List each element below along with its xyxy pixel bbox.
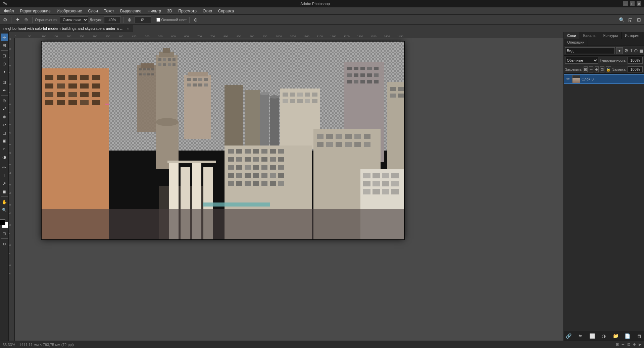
text-tool[interactable]: T [1,172,8,179]
layer-visibility-eye[interactable]: 👁 [565,76,571,82]
window-controls[interactable]: — □ ✕ [623,1,641,6]
crop-tool[interactable]: ⊡ [1,78,8,86]
angle-icon: ⊕ [126,16,133,23]
path-select-tool[interactable]: ↗ [1,180,8,187]
layer-item[interactable]: 👁 Слой 0 [564,74,644,84]
svg-rect-114 [261,157,267,162]
lock-position-btn[interactable]: ⊕ [595,66,599,72]
workspace-btn[interactable]: ◱ [627,16,634,23]
tool-options-btn[interactable]: ⚙ [1,16,9,23]
move-tool[interactable]: ✛ [1,34,8,41]
healing-tool[interactable]: ⊕ [1,97,8,104]
magic-wand-tool[interactable]: ✦ [1,68,8,75]
fill-input[interactable] [628,66,643,72]
status-bar-icon4[interactable]: ⊕ [633,342,636,347]
document-tab-close[interactable]: × [126,26,130,31]
blur-tool[interactable]: ○ [1,145,8,153]
layers-filter-icon[interactable]: ⚙ [624,48,629,53]
menu-file[interactable]: Файл [1,8,17,14]
layers-filter-icon3[interactable]: ⊙ [634,48,638,53]
zoom-tool[interactable]: 🔍 [1,206,8,214]
menu-select[interactable]: Выделение [117,8,144,14]
layer-group-btn[interactable]: 📁 [612,333,619,339]
menu-window[interactable]: Окно [200,8,215,14]
status-bar-icon2[interactable]: ↩ [622,342,625,347]
svg-rect-76 [204,83,208,86]
lock-image-btn[interactable]: ✏ [589,66,593,72]
layers-search-input[interactable] [565,47,615,54]
svg-rect-7 [139,73,142,75]
brush-tool[interactable]: 🖌 [1,105,8,112]
sample-all-checkbox[interactable] [156,18,160,22]
menu-layers[interactable]: Слои [86,8,101,14]
lock-transparent-btn[interactable]: ⊞ [584,66,588,72]
layer-name[interactable]: Слой 0 [582,77,642,81]
svg-rect-27 [92,75,100,80]
layers-filter-icon2[interactable]: T [630,48,633,53]
gradient-tool[interactable]: ▣ [1,137,8,144]
svg-rect-154 [382,173,389,178]
tab-layers[interactable]: Слои [564,32,580,39]
quick-mask-tool[interactable]: ◫ [1,230,8,237]
status-bar-icon5[interactable]: ▶ [639,342,641,347]
svg-rect-33 [45,92,53,97]
blend-mode-select[interactable]: Обычные [565,57,598,64]
dodge-tool[interactable]: ◑ [1,153,8,161]
color-swatches[interactable] [1,218,8,225]
status-bar-icon1[interactable]: ⊞ [616,342,619,347]
arrange-btn[interactable]: ⊞ [635,16,643,23]
screen-mode-btn[interactable]: ⊟ [1,240,8,247]
layers-filter-dropdown[interactable]: ▼ [616,47,623,54]
tab-paths[interactable]: Контуры [600,32,622,39]
eraser-tool[interactable]: ◻ [1,129,8,136]
close-button[interactable]: ✕ [637,1,641,6]
menu-view[interactable]: Просмотр [176,8,199,14]
eyedropper-tool[interactable]: ✒ [1,86,8,94]
layers-filter-icon4[interactable]: ◼ [639,48,643,53]
search-btn[interactable]: 🔍 [618,16,625,23]
layer-link-btn[interactable]: 🔗 [565,333,572,339]
menu-image[interactable]: Изображение [54,8,85,14]
magic-wand-tool-btn[interactable]: ✦ [14,16,21,23]
layer-new-btn[interactable]: 📄 [624,333,631,339]
opacity-input[interactable] [628,57,643,64]
pen-tool[interactable]: ✏ [1,164,8,171]
refine-btn[interactable]: ⊙ [192,16,199,23]
layer-delete-btn[interactable]: 🗑 [636,333,643,339]
maximize-button[interactable]: □ [630,1,635,6]
history-brush-tool[interactable]: ↩ [1,121,8,128]
quick-select-btn[interactable]: ◎ [22,16,30,23]
document-tab-bar: neighborhood-with-colorful-modern-buildi… [0,25,644,32]
svg-rect-148 [345,142,352,147]
menu-filter[interactable]: Фильтр [145,8,164,14]
layer-mask-btn[interactable]: ⬜ [589,333,595,339]
constraint-select[interactable]: Смеж.пикс [60,16,88,23]
lasso-tool[interactable]: ⊙ [1,60,8,67]
rectangular-marquee-tool[interactable]: ⊡ [1,52,8,59]
tab-channels[interactable]: Каналы [580,32,600,39]
svg-rect-36 [80,92,89,97]
document-tab[interactable]: neighborhood-with-colorful-modern-buildi… [0,25,133,32]
foreground-color[interactable] [0,219,5,225]
tab-actions[interactable]: Операции [564,39,588,46]
tolerance-input[interactable] [104,16,121,23]
layer-adjustment-btn[interactable]: ◑ [600,333,607,339]
lock-all-btn[interactable]: 🔒 [606,66,611,72]
tab-history[interactable]: История [622,32,643,39]
stamp-tool[interactable]: ⊗ [1,113,8,120]
menu-3d[interactable]: 3D [164,8,175,14]
status-bar-icon3[interactable]: ⊡ [627,342,630,347]
svg-rect-15 [163,58,166,61]
angle-input[interactable] [135,16,151,23]
menu-edit[interactable]: Редактирование [17,8,53,14]
menu-text[interactable]: Текст [101,8,117,14]
lock-artboard-btn[interactable]: ⊡ [600,66,604,72]
shape-tool[interactable]: ◼ [1,188,8,195]
zoom-level: 33,33% [3,343,15,347]
menu-help[interactable]: Справка [215,8,237,14]
layer-fx-btn[interactable]: fx [577,333,584,339]
minimize-button[interactable]: — [623,1,628,6]
hand-tool[interactable]: ✋ [1,198,8,206]
svg-rect-92 [290,99,295,103]
artboard-tool[interactable]: ⊞ [1,42,8,49]
